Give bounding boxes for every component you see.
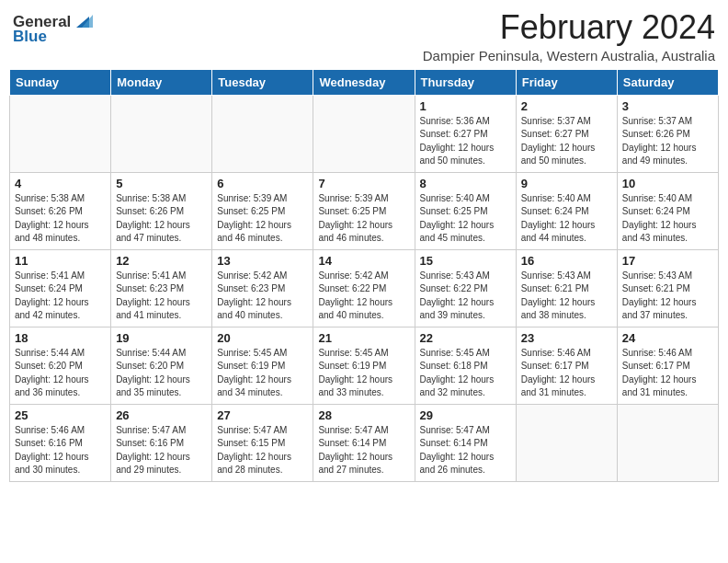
table-row: 24Sunrise: 5:46 AMSunset: 6:17 PMDayligh… <box>617 327 718 404</box>
table-row: 1Sunrise: 5:36 AMSunset: 6:27 PMDaylight… <box>415 95 516 172</box>
day-info: Sunrise: 5:43 AMSunset: 6:22 PMDaylight:… <box>420 270 511 323</box>
header-monday: Monday <box>111 69 212 95</box>
day-info: Sunrise: 5:47 AMSunset: 6:14 PMDaylight:… <box>318 424 409 477</box>
day-info: Sunrise: 5:37 AMSunset: 6:27 PMDaylight:… <box>521 115 612 168</box>
table-row: 29Sunrise: 5:47 AMSunset: 6:14 PMDayligh… <box>415 404 516 481</box>
day-number: 8 <box>420 177 511 190</box>
table-row <box>516 404 617 481</box>
day-number: 28 <box>318 408 409 422</box>
day-info: Sunrise: 5:43 AMSunset: 6:21 PMDaylight:… <box>622 270 713 323</box>
day-info: Sunrise: 5:38 AMSunset: 6:26 PMDaylight:… <box>15 192 106 246</box>
day-number: 4 <box>15 177 106 190</box>
day-info: Sunrise: 5:46 AMSunset: 6:16 PMDaylight:… <box>15 424 106 477</box>
day-number: 27 <box>217 408 308 422</box>
calendar-week-row: 4Sunrise: 5:38 AMSunset: 6:26 PMDaylight… <box>10 172 719 249</box>
logo: General Blue <box>13 13 93 46</box>
table-row: 27Sunrise: 5:47 AMSunset: 6:15 PMDayligh… <box>212 404 313 481</box>
table-row: 7Sunrise: 5:39 AMSunset: 6:25 PMDaylight… <box>313 172 415 249</box>
table-row: 16Sunrise: 5:43 AMSunset: 6:21 PMDayligh… <box>516 249 617 327</box>
header-friday: Friday <box>516 69 617 95</box>
day-number: 25 <box>15 408 106 422</box>
header-thursday: Thursday <box>415 69 516 95</box>
calendar-week-row: 18Sunrise: 5:44 AMSunset: 6:20 PMDayligh… <box>10 327 719 404</box>
day-number: 10 <box>622 177 713 190</box>
calendar-body: 1Sunrise: 5:36 AMSunset: 6:27 PMDaylight… <box>10 95 719 481</box>
table-row: 21Sunrise: 5:45 AMSunset: 6:19 PMDayligh… <box>313 327 415 404</box>
table-row: 11Sunrise: 5:41 AMSunset: 6:24 PMDayligh… <box>10 249 111 327</box>
day-number: 12 <box>116 254 207 268</box>
day-number: 7 <box>318 177 409 190</box>
table-row: 19Sunrise: 5:44 AMSunset: 6:20 PMDayligh… <box>111 327 212 404</box>
subtitle: Dampier Peninsula, Western Australia, Au… <box>93 48 715 63</box>
day-number: 29 <box>420 408 511 422</box>
day-number: 20 <box>217 331 308 345</box>
header-sunday: Sunday <box>10 69 111 95</box>
table-row: 12Sunrise: 5:41 AMSunset: 6:23 PMDayligh… <box>111 249 212 327</box>
day-info: Sunrise: 5:47 AMSunset: 6:15 PMDaylight:… <box>217 424 308 477</box>
day-info: Sunrise: 5:40 AMSunset: 6:25 PMDaylight:… <box>420 192 511 246</box>
day-info: Sunrise: 5:38 AMSunset: 6:26 PMDaylight:… <box>116 192 207 246</box>
table-row: 13Sunrise: 5:42 AMSunset: 6:23 PMDayligh… <box>212 249 313 327</box>
table-row: 6Sunrise: 5:39 AMSunset: 6:25 PMDaylight… <box>212 172 313 249</box>
table-row: 25Sunrise: 5:46 AMSunset: 6:16 PMDayligh… <box>10 404 111 481</box>
table-row: 3Sunrise: 5:37 AMSunset: 6:26 PMDaylight… <box>617 95 718 172</box>
table-row: 8Sunrise: 5:40 AMSunset: 6:25 PMDaylight… <box>415 172 516 249</box>
calendar-table: Sunday Monday Tuesday Wednesday Thursday… <box>9 69 719 482</box>
day-number: 18 <box>15 331 106 345</box>
header-saturday: Saturday <box>617 69 718 95</box>
day-number: 22 <box>420 331 511 345</box>
calendar-week-row: 25Sunrise: 5:46 AMSunset: 6:16 PMDayligh… <box>10 404 719 481</box>
header-wednesday: Wednesday <box>313 69 415 95</box>
day-number: 11 <box>15 254 106 268</box>
day-info: Sunrise: 5:45 AMSunset: 6:19 PMDaylight:… <box>217 347 308 400</box>
table-row: 20Sunrise: 5:45 AMSunset: 6:19 PMDayligh… <box>212 327 313 404</box>
calendar-header-row: Sunday Monday Tuesday Wednesday Thursday… <box>10 69 719 95</box>
day-number: 9 <box>521 177 612 190</box>
main-title: February 2024 <box>93 9 715 46</box>
day-number: 5 <box>116 177 207 190</box>
day-number: 17 <box>622 254 713 268</box>
table-row: 28Sunrise: 5:47 AMSunset: 6:14 PMDayligh… <box>313 404 415 481</box>
table-row: 9Sunrise: 5:40 AMSunset: 6:24 PMDaylight… <box>516 172 617 249</box>
day-info: Sunrise: 5:40 AMSunset: 6:24 PMDaylight:… <box>622 192 713 246</box>
day-number: 15 <box>420 254 511 268</box>
day-info: Sunrise: 5:36 AMSunset: 6:27 PMDaylight:… <box>420 115 511 168</box>
table-row <box>111 95 212 172</box>
day-number: 23 <box>521 331 612 345</box>
day-number: 26 <box>116 408 207 422</box>
table-row: 26Sunrise: 5:47 AMSunset: 6:16 PMDayligh… <box>111 404 212 481</box>
table-row: 2Sunrise: 5:37 AMSunset: 6:27 PMDaylight… <box>516 95 617 172</box>
calendar-week-row: 11Sunrise: 5:41 AMSunset: 6:24 PMDayligh… <box>10 249 719 327</box>
table-row: 10Sunrise: 5:40 AMSunset: 6:24 PMDayligh… <box>617 172 718 249</box>
table-row: 5Sunrise: 5:38 AMSunset: 6:26 PMDaylight… <box>111 172 212 249</box>
day-info: Sunrise: 5:42 AMSunset: 6:22 PMDaylight:… <box>318 270 409 323</box>
day-number: 2 <box>521 99 612 113</box>
table-row: 14Sunrise: 5:42 AMSunset: 6:22 PMDayligh… <box>313 249 415 327</box>
calendar-week-row: 1Sunrise: 5:36 AMSunset: 6:27 PMDaylight… <box>10 95 719 172</box>
day-info: Sunrise: 5:47 AMSunset: 6:14 PMDaylight:… <box>420 424 511 477</box>
table-row: 18Sunrise: 5:44 AMSunset: 6:20 PMDayligh… <box>10 327 111 404</box>
day-info: Sunrise: 5:44 AMSunset: 6:20 PMDaylight:… <box>15 347 106 400</box>
table-row <box>617 404 718 481</box>
table-row: 22Sunrise: 5:45 AMSunset: 6:18 PMDayligh… <box>415 327 516 404</box>
day-info: Sunrise: 5:43 AMSunset: 6:21 PMDaylight:… <box>521 270 612 323</box>
day-number: 6 <box>217 177 308 190</box>
table-row <box>313 95 415 172</box>
table-row: 4Sunrise: 5:38 AMSunset: 6:26 PMDaylight… <box>10 172 111 249</box>
day-info: Sunrise: 5:41 AMSunset: 6:23 PMDaylight:… <box>116 270 207 323</box>
day-info: Sunrise: 5:46 AMSunset: 6:17 PMDaylight:… <box>622 347 713 400</box>
day-info: Sunrise: 5:41 AMSunset: 6:24 PMDaylight:… <box>15 270 106 323</box>
table-row <box>212 95 313 172</box>
header-tuesday: Tuesday <box>212 69 313 95</box>
day-info: Sunrise: 5:45 AMSunset: 6:18 PMDaylight:… <box>420 347 511 400</box>
day-number: 3 <box>622 99 713 113</box>
day-info: Sunrise: 5:47 AMSunset: 6:16 PMDaylight:… <box>116 424 207 477</box>
day-info: Sunrise: 5:44 AMSunset: 6:20 PMDaylight:… <box>116 347 207 400</box>
page-header: General Blue February 2024 Dampier Penin… <box>9 9 719 63</box>
table-row: 15Sunrise: 5:43 AMSunset: 6:22 PMDayligh… <box>415 249 516 327</box>
day-number: 19 <box>116 331 207 345</box>
day-info: Sunrise: 5:40 AMSunset: 6:24 PMDaylight:… <box>521 192 612 246</box>
day-info: Sunrise: 5:39 AMSunset: 6:25 PMDaylight:… <box>217 192 308 246</box>
svg-marker-1 <box>82 15 93 28</box>
day-info: Sunrise: 5:37 AMSunset: 6:26 PMDaylight:… <box>622 115 713 168</box>
